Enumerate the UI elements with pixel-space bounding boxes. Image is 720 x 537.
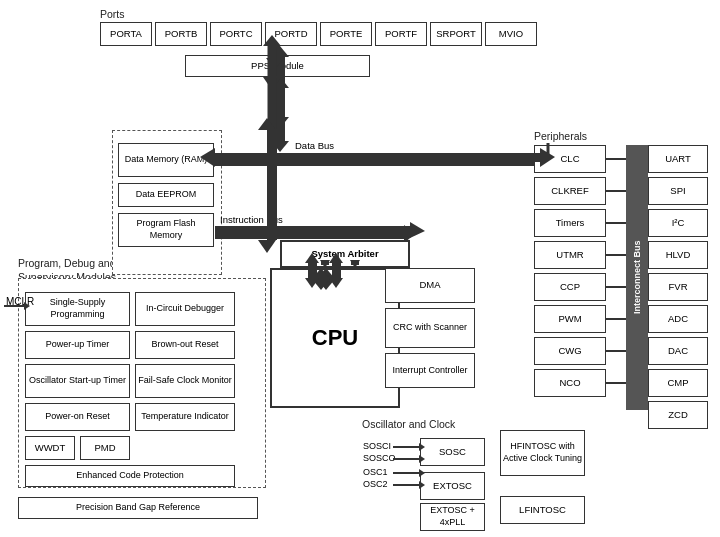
peripherals-label: Peripherals	[534, 130, 587, 142]
program-flash-box: Program Flash Memory	[118, 213, 214, 247]
pwm-box: PWM	[534, 305, 606, 333]
extosc-box: EXTOSC	[420, 472, 485, 500]
power-up-box: Power-up Timer	[25, 331, 130, 359]
enhanced-box: Enhanced Code Protection	[25, 465, 235, 487]
data-memory-box: Data Memory (RAM)	[118, 143, 214, 177]
porte-box: PORTE	[320, 22, 372, 46]
brown-out-box: Brown-out Reset	[135, 331, 235, 359]
data-eeprom-box: Data EEPROM	[118, 183, 214, 207]
wwdt-box: WWDT	[25, 436, 75, 460]
precision-box: Precision Band Gap Reference	[18, 497, 258, 519]
osc2-label: OSC2	[363, 479, 388, 489]
arbiter-arrows	[305, 253, 343, 288]
extosc-pll-box: EXTOSC + 4xPLL	[420, 503, 485, 531]
portd-box: PORTD	[265, 22, 317, 46]
instruction-bus-label: Instruction Bus	[220, 214, 283, 225]
osc-startup-box: Oscillator Start-up Timer	[25, 364, 130, 398]
hfintosc-box: HFINTOSC with Active Clock Tuning	[500, 430, 585, 476]
fvr-box: FVR	[648, 273, 708, 301]
oscillator-label: Oscillator and Clock	[362, 418, 455, 430]
zcd-box: ZCD	[648, 401, 708, 429]
uart-box: UART	[648, 145, 708, 173]
i2c-box: I²C	[648, 209, 708, 237]
system-arbiter-box: System Arbiter	[280, 240, 410, 268]
crc-box: CRC with Scanner	[385, 308, 475, 348]
sosci-arrow	[393, 443, 425, 451]
cmp-box: CMP	[648, 369, 708, 397]
osc2-arrow	[393, 481, 425, 489]
pmd-box: PMD	[80, 436, 130, 460]
spi-box: SPI	[648, 177, 708, 205]
portb-box: PORTB	[155, 22, 207, 46]
dac-box: DAC	[648, 337, 708, 365]
dma-box: DMA	[385, 268, 475, 303]
sosco-arrow	[393, 455, 425, 463]
data-bus-label: Data Bus	[295, 140, 334, 151]
ports-down-arrow	[266, 46, 284, 69]
srport-box: SRPORT	[430, 22, 482, 46]
temperature-box: Temperature Indicator	[135, 403, 235, 431]
block-diagram: Ports Memory Peripherals Program, Debug …	[0, 0, 720, 537]
interrupt-box: Interrupt Controller	[385, 353, 475, 388]
failsafe-box: Fail-Safe Clock Monitor	[135, 364, 235, 398]
utmr-box: UTMR	[534, 241, 606, 269]
mclr-arrow-r	[4, 302, 30, 310]
clkref-box: CLKREF	[534, 177, 606, 205]
osc1-label: OSC1	[363, 467, 388, 477]
ccp-box: CCP	[534, 273, 606, 301]
data-bus-arrow	[215, 152, 545, 170]
portf-box: PORTF	[375, 22, 427, 46]
cpu-box: CPU	[270, 268, 400, 408]
clc-box: CLC	[534, 145, 606, 173]
porta-box: PORTA	[100, 22, 152, 46]
hlvd-box: HLVD	[648, 241, 708, 269]
portc-box: PORTC	[210, 22, 262, 46]
timers-box: Timers	[534, 209, 606, 237]
osc1-arrow	[393, 469, 425, 477]
single-supply-box: Single-Supply Programming	[25, 292, 130, 326]
power-on-box: Power-on Reset	[25, 403, 130, 431]
mvio-box: MVIO	[485, 22, 537, 46]
cwg-box: CWG	[534, 337, 606, 365]
ports-label: Ports	[100, 8, 125, 20]
nco-box: NCO	[534, 369, 606, 397]
lfintosc-box: LFINTOSC	[500, 496, 585, 524]
pps-databus-arrow	[271, 77, 289, 152]
adc-box: ADC	[648, 305, 708, 333]
in-circuit-box: In-Circuit Debugger	[135, 292, 235, 326]
sosc-box: SOSC	[420, 438, 485, 466]
interconnect-bus-bar: Interconnect Bus	[626, 145, 648, 410]
sosci-label: SOSCI	[363, 441, 391, 451]
sosco-label: SOSCO	[363, 453, 396, 463]
